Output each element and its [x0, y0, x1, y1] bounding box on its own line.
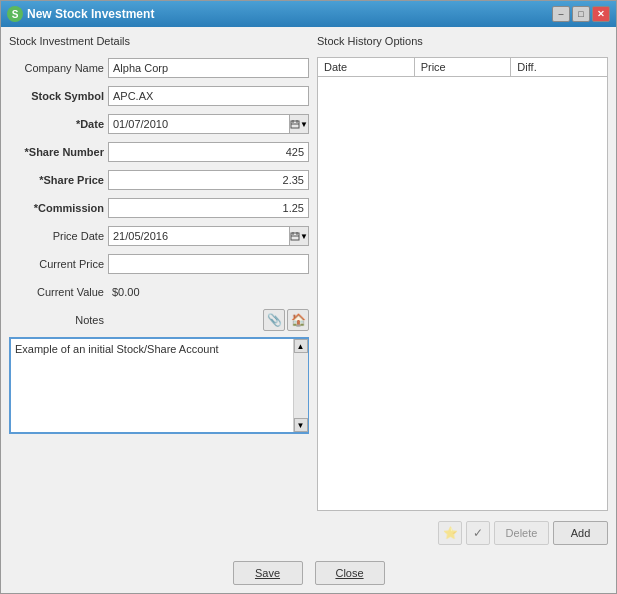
date-picker-button[interactable]: ▼: [289, 114, 309, 134]
history-table: Date Price Diff.: [317, 57, 608, 511]
history-delete-button[interactable]: Delete: [494, 521, 549, 545]
notes-textarea[interactable]: Example of an initial Stock/Share Accoun…: [11, 339, 293, 429]
scroll-track: [294, 353, 308, 418]
left-section-title: Stock Investment Details: [9, 35, 309, 47]
price-date-input[interactable]: [108, 226, 289, 246]
share-number-label: *Share Number: [9, 146, 104, 158]
star-icon: ⭐: [443, 526, 458, 540]
current-price-label: Current Price: [9, 258, 104, 270]
price-date-group: Price Date ▼: [9, 225, 309, 247]
history-section-title: Stock History Options: [317, 35, 608, 47]
price-dropdown-arrow: ▼: [300, 232, 308, 241]
price-date-label: Price Date: [9, 230, 104, 242]
commission-label: *Commission: [9, 202, 104, 214]
notes-home-button[interactable]: 🏠: [287, 309, 309, 331]
current-value-label: Current Value: [9, 286, 104, 298]
notes-textarea-wrapper: Example of an initial Stock/Share Accoun…: [9, 337, 309, 434]
window-title: New Stock Investment: [27, 7, 548, 21]
price-calendar-icon: [290, 231, 300, 241]
date-group: *Date ▼: [9, 113, 309, 135]
price-date-picker-button[interactable]: ▼: [289, 226, 309, 246]
commission-input[interactable]: [108, 198, 309, 218]
date-wrapper: ▼: [108, 114, 309, 134]
notes-label-row: Notes 📎 🏠: [9, 309, 309, 331]
commission-group: *Commission: [9, 197, 309, 219]
close-window-button[interactable]: ✕: [592, 6, 610, 22]
stock-symbol-input[interactable]: [108, 86, 309, 106]
date-label: *Date: [9, 118, 104, 130]
price-date-wrapper: ▼: [108, 226, 309, 246]
maximize-button[interactable]: □: [572, 6, 590, 22]
share-price-group: *Share Price: [9, 169, 309, 191]
stock-symbol-label: Stock Symbol: [9, 90, 104, 102]
paperclip-icon: 📎: [267, 313, 282, 327]
date-input[interactable]: [108, 114, 289, 134]
scroll-down-button[interactable]: ▼: [294, 418, 308, 432]
notes-label: Notes: [9, 314, 104, 326]
content-area: Stock Investment Details Company Name St…: [1, 27, 616, 553]
main-window: S New Stock Investment – □ ✕ Stock Inves…: [0, 0, 617, 594]
history-table-header: Date Price Diff.: [318, 58, 607, 77]
right-panel: Stock History Options Date Price Diff. ⭐: [317, 35, 608, 545]
company-name-label: Company Name: [9, 62, 104, 74]
current-value-display: $0.00: [108, 285, 144, 299]
share-number-group: *Share Number: [9, 141, 309, 163]
window-icon: S: [7, 6, 23, 22]
left-panel: Stock Investment Details Company Name St…: [9, 35, 309, 545]
title-bar: S New Stock Investment – □ ✕: [1, 1, 616, 27]
header-diff: Diff.: [511, 58, 607, 76]
header-date: Date: [318, 58, 415, 76]
history-check-button[interactable]: ✓: [466, 521, 490, 545]
current-value-group: Current Value $0.00: [9, 281, 309, 303]
save-button[interactable]: Save: [233, 561, 303, 585]
home-icon: 🏠: [291, 313, 306, 327]
bottom-buttons: Save Close: [1, 553, 616, 593]
save-label: Save: [255, 567, 280, 579]
scroll-up-button[interactable]: ▲: [294, 339, 308, 353]
company-name-input[interactable]: [108, 58, 309, 78]
close-label: Close: [335, 567, 363, 579]
history-action-row: ⭐ ✓ Delete Add: [317, 521, 608, 545]
share-number-input[interactable]: [108, 142, 309, 162]
share-price-label: *Share Price: [9, 174, 104, 186]
stock-symbol-group: Stock Symbol: [9, 85, 309, 107]
window-controls: – □ ✕: [552, 6, 610, 22]
header-price: Price: [415, 58, 512, 76]
current-price-input[interactable]: [108, 254, 309, 274]
current-price-group: Current Price: [9, 253, 309, 275]
close-button[interactable]: Close: [315, 561, 385, 585]
history-table-body: [318, 77, 607, 510]
share-price-input[interactable]: [108, 170, 309, 190]
calendar-icon: [290, 119, 300, 129]
notes-icon-group: 📎 🏠: [108, 309, 309, 331]
minimize-button[interactable]: –: [552, 6, 570, 22]
notes-scrollbar: ▲ ▼: [293, 339, 307, 432]
history-add-button[interactable]: Add: [553, 521, 608, 545]
dropdown-arrow: ▼: [300, 120, 308, 129]
history-star-button[interactable]: ⭐: [438, 521, 462, 545]
check-icon: ✓: [473, 526, 483, 540]
company-name-group: Company Name: [9, 57, 309, 79]
notes-attach-button[interactable]: 📎: [263, 309, 285, 331]
